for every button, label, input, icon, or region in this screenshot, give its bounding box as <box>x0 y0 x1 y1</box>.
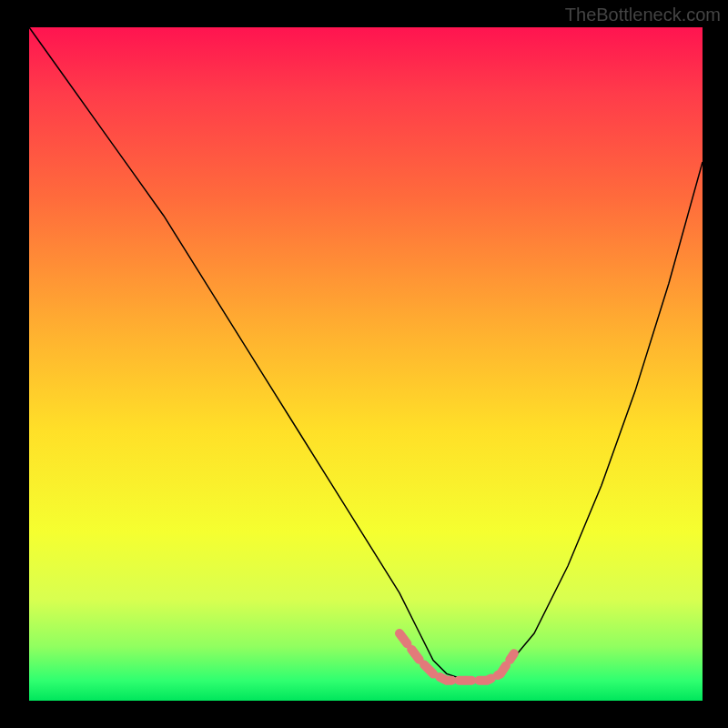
optimal-zone-marker <box>399 633 514 681</box>
watermark-text: TheBottleneck.com <box>565 5 721 25</box>
chart-svg <box>29 27 703 701</box>
bottleneck-curve <box>29 27 703 681</box>
